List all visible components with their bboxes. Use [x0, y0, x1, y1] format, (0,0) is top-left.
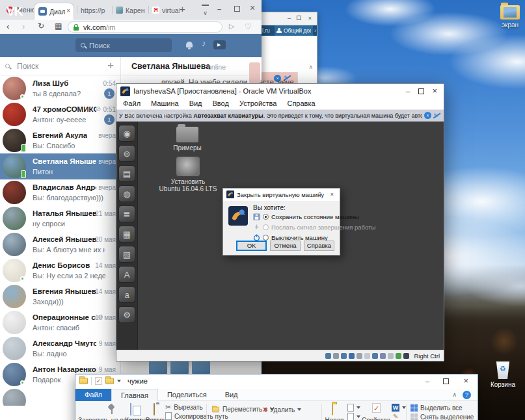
tab-close-icon[interactable]: × — [66, 7, 70, 14]
chat-search-placeholder[interactable]: Поиск — [17, 62, 38, 71]
speed-dial-icon[interactable]: ▦ — [55, 21, 62, 31]
new-item-button[interactable] — [347, 404, 360, 412]
chat-list-item[interactable]: Денис Борисов14 маяВы: Ну если за 2 неде… — [0, 257, 120, 283]
chat-list-item[interactable]: Евгения Янышева(Самар...14 маяЗаходи))) — [0, 283, 120, 309]
help-icon[interactable] — [463, 391, 471, 399]
vbox-menu-item[interactable]: Файл — [118, 99, 146, 109]
libreoffice-calc-launcher-icon[interactable]: ▦ — [118, 226, 135, 243]
ubuntu-dash-launcher-icon[interactable]: ◉ — [118, 125, 135, 142]
display-status-icon[interactable] — [372, 353, 378, 359]
minimize-icon[interactable] — [217, 5, 221, 14]
chat-list-item[interactable]: Лиза Шуб0:54ты 8 сделала?1 — [0, 75, 120, 101]
tab-3[interactable]: Карен Пр — [116, 5, 146, 15]
properties-icon[interactable] — [372, 403, 381, 413]
minimize-icon[interactable]: – — [425, 377, 429, 385]
libreoffice-impress-launcher-icon[interactable]: ▧ — [118, 246, 135, 263]
maximize-icon[interactable] — [443, 378, 449, 384]
dialog-titlebar[interactable]: Закрыть виртуальную машину ? × — [223, 189, 340, 201]
bookmark-heart-icon[interactable]: ♡ — [245, 22, 252, 31]
paste-icon[interactable] — [154, 403, 155, 415]
mouse-integration-status-icon[interactable] — [396, 353, 401, 359]
option-save-state[interactable]: Сохранить состояние машины — [253, 213, 359, 220]
usb-status-icon[interactable] — [357, 353, 362, 359]
close-icon[interactable]: × — [308, 14, 312, 22]
dismiss-notification-icon[interactable] — [424, 112, 431, 119]
chat-list-item[interactable]: Евгений АкулавчераВы: Спасибо — [0, 127, 120, 153]
back-icon[interactable]: ‹ — [7, 21, 9, 31]
address-bar[interactable]: vk.com/im — [68, 21, 222, 33]
desktop-icon-ekran[interactable]: экран — [496, 5, 524, 29]
chat-list-item[interactable]: Операционные систе...⊘10 маяАнтон: спаси… — [0, 309, 120, 335]
tab-2[interactable]: https://p — [81, 5, 109, 15]
vm-display[interactable]: Рабочий стол Ubuntu 21:3 У Вас включена … — [116, 110, 444, 350]
maximize-icon[interactable] — [234, 6, 240, 12]
vbox-menu-item[interactable]: Ввод — [208, 99, 234, 109]
conversation-title[interactable]: Светлана Янышева — [131, 62, 210, 71]
radio-unselected[interactable] — [263, 235, 269, 241]
firefox-launcher-icon[interactable]: ◍ — [118, 185, 135, 202]
ok-button[interactable]: OK — [236, 241, 267, 251]
vbox-menu-item[interactable]: Вид — [184, 99, 208, 109]
features-status-icon[interactable] — [388, 353, 394, 359]
ribbon-tab-2[interactable]: Вид — [216, 389, 247, 401]
vbox-menu-item[interactable]: Машина — [146, 99, 184, 109]
cancel-button[interactable]: Отмена — [270, 241, 301, 251]
chat-list-item[interactable]: Алексей Янышев20 маяВы: А блютуз мне их … — [0, 231, 120, 257]
deselect-button[interactable]: Снять выделение — [411, 413, 474, 420]
open-with-word-button[interactable] — [392, 404, 406, 412]
ubuntu-software-launcher-icon[interactable]: A — [118, 266, 135, 283]
photo-attachment[interactable] — [249, 62, 260, 83]
radio-selected[interactable] — [263, 214, 269, 220]
hdd-status-icon[interactable] — [325, 353, 331, 359]
tab-4[interactable]: virtualbo — [152, 5, 180, 15]
close-icon[interactable]: × — [463, 376, 468, 386]
shared-folders-status-icon[interactable] — [364, 353, 370, 359]
send-to-flow-icon[interactable]: ▷ — [229, 22, 234, 31]
customize-toolbar-icon[interactable] — [117, 380, 121, 382]
ribbon-tab-0[interactable]: Главная — [111, 389, 158, 401]
forward-icon[interactable]: › — [22, 21, 25, 31]
close-icon[interactable] — [250, 3, 255, 13]
vbox-menu-item[interactable]: Справка — [282, 99, 320, 109]
optical-disk-status-icon[interactable] — [333, 353, 339, 359]
ubuntu-icon-install[interactable]: Установить Ubuntu 16.04.6 LTS — [157, 157, 219, 192]
vk-logo[interactable]: VK — [7, 5, 22, 19]
edit-button[interactable] — [393, 413, 398, 420]
chevron-up-icon[interactable]: ∧ — [308, 64, 313, 70]
properties-quick-icon[interactable] — [95, 377, 102, 385]
ubiquity-installer-launcher-icon[interactable]: ⊚ — [118, 145, 135, 162]
help-icon[interactable]: ? — [318, 191, 321, 198]
audio-status-icon[interactable] — [341, 353, 347, 359]
vbox-menu-item[interactable]: Устройства — [234, 99, 282, 109]
keyboard-capture-status-icon[interactable] — [403, 353, 409, 359]
reload-icon[interactable]: ↻ — [38, 21, 44, 31]
libreoffice-writer-launcher-icon[interactable]: ≣ — [118, 205, 135, 222]
amazon-launcher-icon[interactable]: a — [118, 286, 135, 303]
system-settings-launcher-icon[interactable]: ⚙ — [118, 306, 135, 323]
vbox-titlebar[interactable]: IanyshevaSA [Приостановлена] - Oracle VM… — [116, 84, 444, 99]
select-all-button[interactable]: Выделить все — [411, 404, 463, 412]
new-chat-button[interactable] — [107, 59, 114, 72]
background-browser-window[interactable]: – × l.ru Общий дост › ∧ — [260, 12, 317, 85]
chat-list-item[interactable]: Александр Чмутов9 маяВы: ладно — [0, 335, 120, 361]
music-icon[interactable] — [202, 38, 206, 48]
video-capture-status-icon[interactable] — [380, 353, 386, 359]
option-acpi-shutdown[interactable]: Послать сигнал завершения работы — [253, 224, 375, 231]
explorer-titlebar[interactable]: чужие – × — [75, 374, 478, 389]
delete-button[interactable]: Удалить — [263, 406, 301, 413]
help-button[interactable]: Справка — [304, 241, 334, 251]
maximize-icon[interactable] — [297, 16, 301, 20]
chat-list-item[interactable]: 47 хромоСОМИКОВ⊘0:51Антон: оу-еееее1 — [0, 101, 120, 127]
files-launcher-icon[interactable]: ▤ — [118, 165, 135, 182]
copy-path-button[interactable]: Скопировать путь — [165, 412, 228, 420]
new-folder-label[interactable]: Новая — [317, 417, 351, 420]
notifications-bell-icon[interactable] — [186, 42, 193, 47]
tab-file[interactable]: Файл — [75, 389, 111, 401]
chat-list-item[interactable]: Светлана ЯнышевавчераПитон — [0, 153, 120, 179]
chat-list-item[interactable]: Наталья Янышева21 маяну спроси — [0, 205, 120, 231]
cut-button[interactable]: Вырезать — [165, 403, 203, 412]
video-icon[interactable] — [213, 40, 226, 49]
new-folder-icon[interactable] — [332, 403, 333, 415]
new-tab-button[interactable] — [180, 3, 185, 14]
maximize-icon[interactable] — [418, 88, 424, 94]
